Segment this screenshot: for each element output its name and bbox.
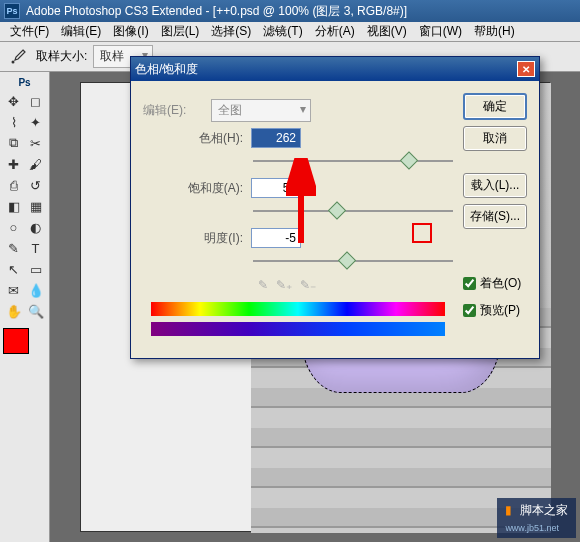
app-title: Adobe Photoshop CS3 Extended - [++0.psd … xyxy=(26,3,407,20)
eraser-tool[interactable]: ◧ xyxy=(3,196,24,216)
load-button[interactable]: 载入(L)... xyxy=(463,173,527,198)
lightness-label: 明度(I): xyxy=(143,230,243,247)
eyedropper-icon xyxy=(6,45,30,69)
save-button[interactable]: 存储(S)... xyxy=(463,204,527,229)
preview-checkbox[interactable]: 预览(P) xyxy=(463,302,527,319)
menu-analysis[interactable]: 分析(A) xyxy=(309,21,361,42)
eyedropper-set-icon[interactable]: ✎ xyxy=(258,278,268,292)
cancel-button[interactable]: 取消 xyxy=(463,126,527,151)
hue-input[interactable] xyxy=(251,128,301,148)
pen-tool[interactable]: ✎ xyxy=(3,238,24,258)
path-tool[interactable]: ↖ xyxy=(3,259,24,279)
eyedropper-sub-icon[interactable]: ✎₋ xyxy=(300,278,316,292)
preview-check-input[interactable] xyxy=(463,304,476,317)
color-swatches[interactable] xyxy=(3,328,43,358)
dialog-title: 色相/饱和度 xyxy=(135,61,198,78)
dodge-tool[interactable]: ◐ xyxy=(25,217,46,237)
stamp-tool[interactable]: ⎙ xyxy=(3,175,24,195)
colorize-label: 着色(O) xyxy=(480,275,521,292)
spectrum-bar-bottom xyxy=(151,322,445,336)
menu-window[interactable]: 窗口(W) xyxy=(413,21,468,42)
watermark-url: www.jb51.net xyxy=(505,523,559,533)
saturation-slider-thumb[interactable] xyxy=(328,201,346,219)
menu-view[interactable]: 视图(V) xyxy=(361,21,413,42)
hue-saturation-dialog: 色相/饱和度 ✕ 编辑(E): 全图 色相(H): 饱和度(A): xyxy=(130,56,540,359)
menu-help[interactable]: 帮助(H) xyxy=(468,21,521,42)
ps-app-icon: Ps xyxy=(4,3,20,19)
menu-file[interactable]: 文件(F) xyxy=(4,21,55,42)
colorize-checkbox[interactable]: 着色(O) xyxy=(463,275,527,292)
menu-edit[interactable]: 编辑(E) xyxy=(55,21,107,42)
svg-point-0 xyxy=(12,60,15,63)
eyedropper-tool[interactable]: 💧 xyxy=(25,280,46,300)
history-brush-tool[interactable]: ↺ xyxy=(25,175,46,195)
fg-color[interactable] xyxy=(3,328,29,354)
blur-tool[interactable]: ○ xyxy=(3,217,24,237)
dialog-title-bar[interactable]: 色相/饱和度 ✕ xyxy=(131,57,539,81)
app-title-bar: Ps Adobe Photoshop CS3 Extended - [++0.p… xyxy=(0,0,580,22)
spectrum-bar-top xyxy=(151,302,445,316)
hand-tool[interactable]: ✋ xyxy=(3,301,24,321)
hue-slider-thumb[interactable] xyxy=(400,151,418,169)
lightness-slider-thumb[interactable] xyxy=(338,251,356,269)
saturation-label: 饱和度(A): xyxy=(143,180,243,197)
gradient-tool[interactable]: ▦ xyxy=(25,196,46,216)
saturation-slider[interactable] xyxy=(253,204,453,218)
close-button[interactable]: ✕ xyxy=(517,61,535,77)
hue-label: 色相(H): xyxy=(143,130,243,147)
annotation-arrow-icon xyxy=(286,158,316,248)
ok-button[interactable]: 确定 xyxy=(463,93,527,120)
slice-tool[interactable]: ✂ xyxy=(25,133,46,153)
toolbox: Ps ✥◻ ⌇✦ ⧉✂ ✚🖌 ⎙↺ ◧▦ ○◐ ✎T ↖▭ ✉💧 ✋🔍 xyxy=(0,72,50,542)
type-tool[interactable]: T xyxy=(25,238,46,258)
menu-bar: 文件(F) 编辑(E) 图像(I) 图层(L) 选择(S) 滤镜(T) 分析(A… xyxy=(0,22,580,42)
zoom-tool[interactable]: 🔍 xyxy=(25,301,46,321)
watermark: ▮ 脚本之家 www.jb51.net xyxy=(497,498,576,538)
preview-label: 预览(P) xyxy=(480,302,520,319)
menu-layer[interactable]: 图层(L) xyxy=(155,21,206,42)
watermark-site: 脚本之家 xyxy=(520,503,568,517)
menu-select[interactable]: 选择(S) xyxy=(205,21,257,42)
shape-tool[interactable]: ▭ xyxy=(25,259,46,279)
menu-image[interactable]: 图像(I) xyxy=(107,21,154,42)
colorize-check-input[interactable] xyxy=(463,277,476,290)
edit-dropdown[interactable]: 全图 xyxy=(211,99,311,122)
lightness-slider[interactable] xyxy=(253,254,453,268)
heal-tool[interactable]: ✚ xyxy=(3,154,24,174)
options-label: 取样大小: xyxy=(36,48,87,65)
move-tool[interactable]: ✥ xyxy=(3,91,24,111)
watermark-icon: ▮ xyxy=(505,503,512,517)
edit-label: 编辑(E): xyxy=(143,102,203,119)
notes-tool[interactable]: ✉ xyxy=(3,280,24,300)
eyedropper-group: ✎ ✎₊ ✎₋ xyxy=(258,278,453,292)
lasso-tool[interactable]: ⌇ xyxy=(3,112,24,132)
hue-slider[interactable] xyxy=(253,154,453,168)
ps-logo-small: Ps xyxy=(3,75,46,90)
brush-tool[interactable]: 🖌 xyxy=(25,154,46,174)
annotation-highlight-box xyxy=(412,223,432,243)
menu-filter[interactable]: 滤镜(T) xyxy=(257,21,308,42)
wand-tool[interactable]: ✦ xyxy=(25,112,46,132)
crop-tool[interactable]: ⧉ xyxy=(3,133,24,153)
eyedropper-add-icon[interactable]: ✎₊ xyxy=(276,278,292,292)
marquee-tool[interactable]: ◻ xyxy=(25,91,46,111)
